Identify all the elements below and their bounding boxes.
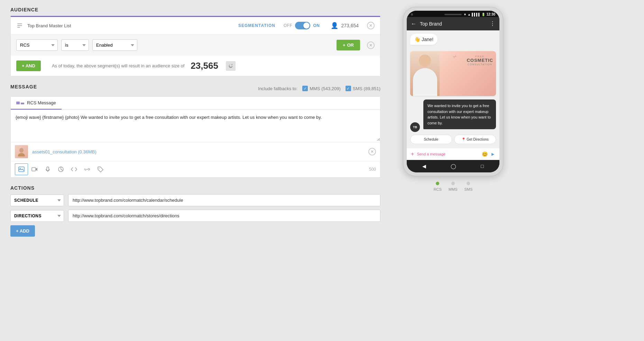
rcs-tab-label: RCS Message <box>27 100 56 105</box>
body <box>413 68 437 96</box>
action-row-schedule: SCHEDULE DIRECTIONS URL <box>10 194 380 206</box>
greeting-bubble: 👋 Jane! <box>410 34 438 45</box>
send-button[interactable]: ► <box>490 151 495 157</box>
rcs-channel-indicator: RCS <box>434 182 442 191</box>
phone-chat-header: ← Top Brand ⋮ <box>407 17 499 30</box>
audience-close-button[interactable]: ✕ <box>367 22 375 29</box>
refresh-button[interactable] <box>226 61 236 71</box>
toggle-group: OFF ON <box>284 22 320 29</box>
mms-label: MMS (543,209) <box>310 86 341 91</box>
emoji-button[interactable]: 😊 <box>482 151 488 157</box>
phone-input-bar: + Send a message 😊 ► <box>407 148 499 160</box>
image-toolbar-button[interactable] <box>15 163 28 175</box>
svg-rect-0 <box>17 23 22 24</box>
person-illustration <box>410 51 440 96</box>
audio-toolbar-button[interactable] <box>41 163 54 175</box>
and-button[interactable]: + AND <box>16 60 41 71</box>
audience-count: 273,654 <box>341 23 359 28</box>
phone-nav-bar: ◀ ◯ □ <box>407 160 499 172</box>
chat-message-row: TB We wanted to invite you to get a free… <box>410 100 496 132</box>
segment-operator-select[interactable]: is is not <box>61 39 89 51</box>
right-panel: ▼ ▲ ▌▌▌▌ 🔋 12:30 ← Top Brand ⋮ <box>394 7 512 191</box>
directions-action-button[interactable]: 📍 Get Directions <box>454 135 496 144</box>
phone-device: ▼ ▲ ▌▌▌▌ 🔋 12:30 ← Top Brand ⋮ <box>403 7 503 176</box>
svg-rect-2 <box>17 27 20 28</box>
recents-nav-icon[interactable]: □ <box>481 163 484 169</box>
message-header: MESSAGE Include fallbacks to: MMS (543,2… <box>10 84 380 93</box>
sms-dot <box>467 182 470 185</box>
svg-point-8 <box>99 168 100 169</box>
action-type-select-2[interactable]: DIRECTIONS SCHEDULE URL <box>10 210 64 222</box>
message-toolbar: 500 <box>11 161 380 177</box>
mms-checkbox[interactable] <box>302 86 308 91</box>
audience-size-number: 23,565 <box>191 60 218 71</box>
chat-action-buttons: Schedule 📍 Get Directions <box>410 135 496 144</box>
sms-channel-indicator: SMS <box>464 182 473 191</box>
mms-channel-label: MMS <box>449 187 458 191</box>
char-count: 500 <box>369 167 376 172</box>
video-toolbar-button[interactable] <box>28 163 41 175</box>
home-nav-icon[interactable]: ◯ <box>451 163 456 169</box>
svg-point-3 <box>19 148 24 153</box>
action-url-input-1[interactable] <box>68 194 380 206</box>
chat-message-bubble: We wanted to invite you to get a free co… <box>423 100 496 129</box>
phone-camera <box>411 13 413 16</box>
input-plus-icon[interactable]: + <box>411 151 414 157</box>
rcs-message-tab[interactable]: RCS Message <box>11 97 62 110</box>
directions-label: Get Directions <box>467 138 488 141</box>
message-section-title: MESSAGE <box>10 84 37 89</box>
code-toolbar-button[interactable] <box>67 163 81 175</box>
sms-checkbox[interactable] <box>346 86 351 91</box>
phone-chat-body: 👋 Jane! FREE <box>407 30 499 148</box>
audience-footer: + AND As of today, the above segment(s) … <box>11 56 380 76</box>
audience-box: Top Brand Master List SEGMENTATION OFF O… <box>10 16 380 76</box>
message-textarea[interactable]: {emoji wave} {firstname} {photo} We want… <box>11 110 380 141</box>
segment-remove-button[interactable]: ✕ <box>367 41 375 49</box>
segment-value-select[interactable]: Enabled Disabled <box>92 39 137 51</box>
add-action-button[interactable]: + ADD <box>10 225 35 237</box>
fallback-group: Include fallbacks to: MMS (543,209) SMS … <box>258 86 380 91</box>
segmentation-toggle[interactable] <box>295 22 310 29</box>
rcs-tab-icon <box>16 102 24 104</box>
sms-label: SMS (89,851) <box>353 86 380 91</box>
svg-point-4 <box>18 153 25 157</box>
svg-rect-7 <box>32 168 36 171</box>
phone-brand-name: Top Brand <box>420 21 486 27</box>
attachment-thumb <box>15 145 28 158</box>
attachment-link[interactable]: assets01_consultation (0.36MB) <box>32 149 96 154</box>
back-arrow-icon[interactable]: ← <box>411 21 416 27</box>
link-toolbar-button[interactable] <box>81 163 94 175</box>
action-url-input-2[interactable] <box>68 210 380 222</box>
scissors-icon-1: ✂ <box>452 53 458 60</box>
svg-rect-1 <box>17 25 22 26</box>
or-button[interactable]: + OR <box>337 40 360 50</box>
actions-section: ACTIONS SCHEDULE DIRECTIONS URL DIRECTIO… <box>10 185 380 237</box>
segmentation-label: SEGMENTATION <box>238 23 275 28</box>
segment-field-select[interactable]: RCS MMS SMS <box>16 39 58 51</box>
audience-section-title: AUDIENCE <box>10 7 380 12</box>
tag-toolbar-button[interactable] <box>94 163 107 175</box>
action-row-directions: DIRECTIONS SCHEDULE URL <box>10 210 380 222</box>
actions-section-title: ACTIONS <box>10 185 380 191</box>
message-box: RCS Message {emoji wave} {firstname} {ph… <box>10 96 380 178</box>
back-nav-icon[interactable]: ◀ <box>422 163 426 169</box>
sms-fallback-item: SMS (89,851) <box>346 86 380 91</box>
phone-screen: ▼ ▲ ▌▌▌▌ 🔋 12:30 ← Top Brand ⋮ <box>407 11 499 172</box>
phone-input-placeholder[interactable]: Send a message <box>417 152 479 156</box>
tb-avatar: TB <box>410 122 420 132</box>
directions-icon: 📍 <box>461 138 466 141</box>
chart-toolbar-button[interactable] <box>54 163 67 175</box>
phone-image-card: FREE COSMETIC CONSULTATION ✂ <box>410 51 496 96</box>
schedule-action-button[interactable]: Schedule <box>410 135 452 144</box>
menu-dots-icon[interactable]: ⋮ <box>490 20 495 27</box>
action-type-select-1[interactable]: SCHEDULE DIRECTIONS URL <box>10 195 64 206</box>
attachment-remove-button[interactable]: ✕ <box>368 148 376 155</box>
mms-dot <box>451 182 455 185</box>
mms-message-tab[interactable] <box>62 97 73 110</box>
toggle-on-label: ON <box>313 23 320 28</box>
phone-time: 12:30 <box>486 12 495 16</box>
attachment-preview <box>15 145 28 158</box>
audience-list-name: Top Brand Master List <box>27 23 71 28</box>
consultation-text: CONSULTATION <box>467 63 493 66</box>
rcs-channel-label: RCS <box>434 187 442 191</box>
